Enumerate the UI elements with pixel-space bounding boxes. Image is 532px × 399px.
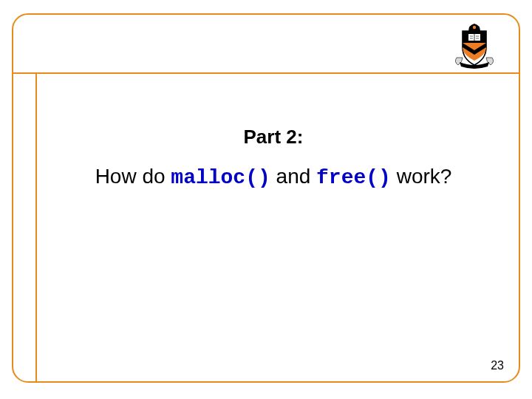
slide-content: Part 2: How do malloc() and free() work?: [35, 126, 511, 189]
part-label: Part 2:: [35, 126, 511, 149]
princeton-logo-icon: [452, 21, 497, 69]
question-mid: and: [270, 165, 316, 188]
question-prefix: How do: [95, 165, 171, 188]
slide-question: How do malloc() and free() work?: [35, 165, 511, 189]
page-number: 23: [491, 359, 504, 372]
title-divider: [13, 72, 519, 74]
svg-point-6: [473, 26, 476, 29]
question-suffix: work?: [391, 165, 451, 188]
code-free: free(): [316, 166, 391, 189]
code-malloc: malloc(): [171, 166, 270, 189]
left-margin-rule: [35, 72, 37, 381]
slide-frame: Part 2: How do malloc() and free() work?…: [12, 13, 520, 383]
